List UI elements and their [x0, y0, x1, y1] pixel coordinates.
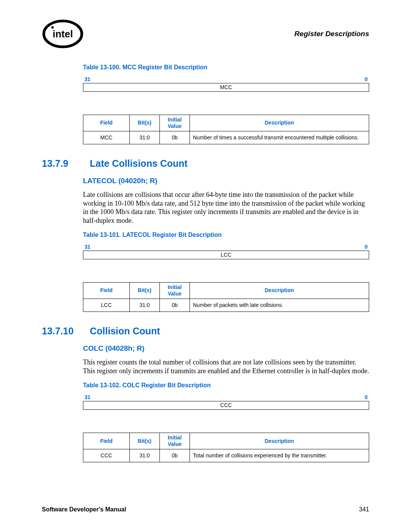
content-area: Table 13-100. MCC Register Bit Descripti… — [83, 64, 369, 462]
table-header-row: Field Bit(s) Initial Value Description — [83, 433, 369, 449]
register-bit-field: LCC — [83, 251, 369, 259]
bit-range-row: 31 0 — [83, 76, 369, 83]
td-bits: 31:0 — [130, 299, 160, 312]
page: intel ® Register Descriptions Table 13-1… — [0, 0, 411, 532]
td-bits: 31:0 — [130, 131, 160, 144]
register-bit-field: MCC — [83, 83, 369, 92]
th-bits: Bit(s) — [130, 433, 160, 449]
register-description-table: Field Bit(s) Initial Value Description M… — [83, 115, 369, 144]
th-field: Field — [83, 283, 130, 299]
th-bits: Bit(s) — [130, 283, 160, 299]
th-initial-value: Initial Value — [160, 433, 190, 449]
bit-high: 31 — [84, 76, 91, 82]
th-description: Description — [190, 283, 369, 299]
td-initial-value: 0b — [160, 449, 190, 462]
table-caption: Table 13-101. LATECOL Register Bit Descr… — [83, 232, 369, 238]
bit-high: 31 — [84, 394, 91, 400]
bit-range-row: 31 0 — [83, 244, 369, 251]
section-title: Late Collisions Count — [90, 158, 188, 169]
td-initial-value: 0b — [160, 131, 190, 144]
body-paragraph: This register counts the total number of… — [83, 358, 369, 375]
table-caption: Table 13-100. MCC Register Bit Descripti… — [83, 64, 369, 71]
section-heading: 13.7.10 Collision Count — [42, 326, 369, 337]
bit-low: 0 — [365, 394, 368, 400]
register-name-heading: LATECOL (04020h; R) — [83, 177, 369, 185]
td-field: LCC — [83, 299, 130, 312]
table-row: CCC 31:0 0b Total number of collisions e… — [83, 449, 369, 462]
section-heading: 13.7.9 Late Collisions Count — [42, 158, 369, 169]
td-description: Number of packets with late collisions. — [190, 299, 369, 312]
header-section-title: Register Descriptions — [295, 30, 369, 38]
register-name-heading: COLC (04028h; R) — [83, 344, 369, 353]
table-row: LCC 31:0 0b Number of packets with late … — [83, 299, 369, 312]
register-description-table: Field Bit(s) Initial Value Description L… — [83, 282, 369, 312]
bit-low: 0 — [365, 76, 368, 82]
th-bits: Bit(s) — [130, 115, 160, 131]
th-field: Field — [83, 433, 130, 449]
footer-document-title: Software Developer's Manual — [42, 506, 126, 513]
th-description: Description — [190, 115, 369, 131]
svg-text:®: ® — [77, 26, 80, 30]
th-field: Field — [83, 115, 130, 131]
th-initial-value: Initial Value — [160, 283, 190, 299]
table-caption: Table 13-102. COLC Register Bit Descript… — [83, 382, 369, 389]
page-number: 341 — [359, 506, 369, 513]
td-field: CCC — [83, 449, 130, 462]
table-row: MCC 31:0 0b Number of times a successful… — [83, 131, 369, 144]
page-footer: Software Developer's Manual 341 — [42, 506, 369, 513]
section-number: 13.7.10 — [42, 326, 78, 337]
bit-low: 0 — [365, 244, 368, 250]
bit-range-row: 31 0 — [83, 394, 369, 401]
td-initial-value: 0b — [160, 299, 190, 312]
register-bit-field: CCC — [83, 401, 369, 410]
section-number: 13.7.9 — [42, 158, 78, 169]
th-initial-value: Initial Value — [160, 115, 190, 131]
td-bits: 31:0 — [130, 449, 160, 462]
register-description-table: Field Bit(s) Initial Value Description C… — [83, 433, 369, 462]
svg-point-2 — [51, 26, 54, 29]
intel-logo-icon: intel ® — [42, 19, 84, 49]
table-header-row: Field Bit(s) Initial Value Description — [83, 115, 369, 131]
svg-text:intel: intel — [53, 28, 73, 40]
section-title: Collision Count — [90, 326, 160, 337]
td-description: Number of times a successful transmit en… — [190, 131, 369, 144]
td-description: Total number of collisions experienced b… — [190, 449, 369, 462]
bit-high: 31 — [84, 244, 91, 250]
body-paragraph: Late collisions are collisions that occu… — [83, 190, 369, 225]
td-field: MCC — [83, 131, 130, 144]
table-header-row: Field Bit(s) Initial Value Description — [83, 283, 369, 299]
page-header: intel ® Register Descriptions — [42, 19, 369, 49]
th-description: Description — [190, 433, 369, 449]
